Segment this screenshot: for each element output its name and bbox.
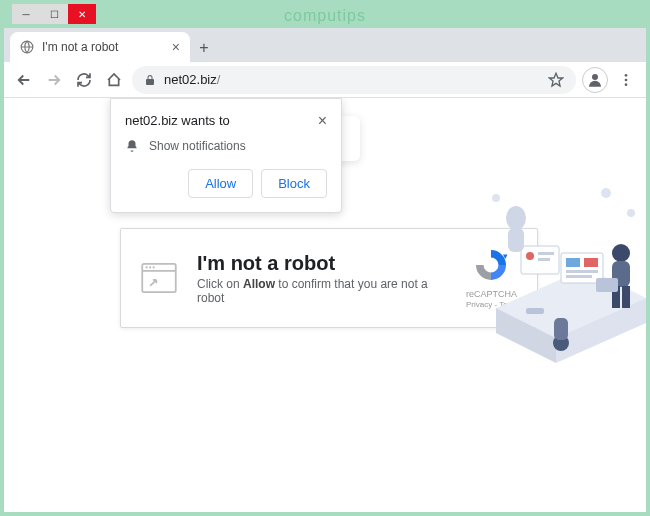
back-button[interactable] [12, 68, 36, 92]
bell-icon [125, 139, 139, 153]
lock-icon [144, 74, 156, 86]
address-bar[interactable]: net02.biz/ [132, 66, 576, 94]
profile-button[interactable] [582, 67, 608, 93]
watermark-text: computips [284, 7, 366, 25]
svg-point-3 [625, 78, 628, 81]
svg-rect-31 [554, 318, 568, 340]
window-close-button[interactable]: ✕ [68, 4, 96, 24]
svg-point-8 [149, 266, 151, 268]
svg-point-4 [625, 83, 628, 86]
svg-point-20 [526, 252, 534, 260]
allow-button[interactable]: Allow [188, 169, 253, 198]
svg-point-9 [153, 266, 155, 268]
captcha-subtext: Click on Allow to confirm that you are n… [197, 277, 446, 305]
svg-rect-32 [526, 308, 544, 314]
svg-rect-21 [538, 252, 554, 255]
home-icon [106, 72, 122, 88]
browser-menu-button[interactable] [614, 72, 638, 88]
forward-button[interactable] [42, 68, 66, 92]
dots-vertical-icon [618, 72, 634, 88]
window-minimize-button[interactable]: ─ [12, 4, 40, 24]
window-controls: ─ ☐ ✕ [12, 4, 96, 28]
svg-point-7 [146, 266, 148, 268]
arrow-left-icon [15, 71, 33, 89]
browser-window-icon [141, 263, 177, 293]
svg-rect-18 [566, 275, 592, 278]
bookmark-star-icon[interactable] [548, 72, 564, 88]
svg-point-35 [492, 194, 500, 202]
svg-rect-17 [566, 270, 598, 273]
arrow-right-icon [45, 71, 63, 89]
svg-point-34 [627, 209, 635, 217]
notification-close-button[interactable]: × [318, 113, 327, 129]
svg-rect-22 [538, 258, 550, 261]
globe-icon [20, 40, 34, 54]
svg-point-2 [625, 74, 628, 77]
tab-close-icon[interactable]: × [172, 39, 180, 55]
notification-permission-text: Show notifications [149, 139, 246, 153]
page-content: to confirm net02.biz wants to × Show not… [4, 98, 646, 512]
browser-tab[interactable]: I'm not a robot × [10, 32, 190, 62]
person-icon [586, 71, 604, 89]
svg-rect-29 [596, 278, 618, 292]
svg-rect-24 [508, 228, 524, 252]
window-titlebar: computips ─ ☐ ✕ [4, 4, 646, 28]
office-illustration [466, 158, 646, 378]
reload-button[interactable] [72, 68, 96, 92]
svg-point-33 [601, 188, 611, 198]
browser-tabbar: I'm not a robot × + [4, 28, 646, 62]
url-text: net02.biz/ [164, 72, 540, 87]
svg-rect-16 [584, 258, 598, 267]
tab-title: I'm not a robot [42, 40, 164, 54]
notification-permission-popup: net02.biz wants to × Show notifications … [110, 98, 342, 213]
new-tab-button[interactable]: + [190, 34, 218, 62]
svg-rect-15 [566, 258, 580, 267]
svg-point-1 [592, 74, 598, 80]
block-button[interactable]: Block [261, 169, 327, 198]
window-maximize-button[interactable]: ☐ [40, 4, 68, 24]
svg-point-25 [612, 244, 630, 262]
captcha-heading: I'm not a robot [197, 252, 446, 275]
notification-site-text: net02.biz wants to [125, 113, 230, 128]
svg-rect-28 [622, 286, 630, 308]
svg-point-23 [506, 206, 526, 230]
reload-icon [76, 72, 92, 88]
home-button[interactable] [102, 68, 126, 92]
browser-toolbar: net02.biz/ [4, 62, 646, 98]
